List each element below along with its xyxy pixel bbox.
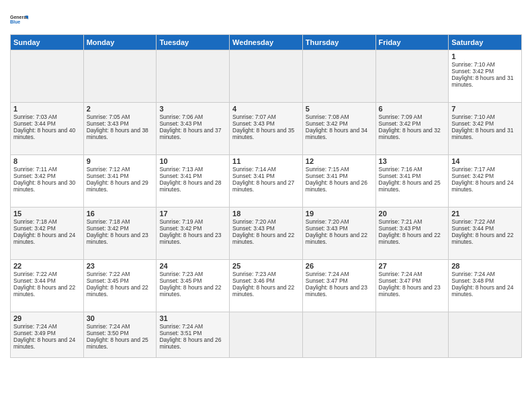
calendar-cell: 26Sunrise: 7:24 AMSunset: 3:47 PMDayligh… bbox=[302, 260, 375, 312]
day-number: 11 bbox=[232, 157, 300, 165]
calendar-cell: 29Sunrise: 7:24 AMSunset: 3:49 PMDayligh… bbox=[11, 312, 84, 358]
calendar-cell: 8Sunrise: 7:11 AMSunset: 3:42 PMDaylight… bbox=[11, 155, 84, 208]
sunset-text: Sunset: 3:43 PM bbox=[232, 225, 275, 232]
daylight-text: Daylight: 8 hours and 23 minutes. bbox=[306, 284, 367, 298]
calendar-cell: 6Sunrise: 7:09 AMSunset: 3:42 PMDaylight… bbox=[375, 103, 449, 155]
logo-icon: General Blue bbox=[10, 10, 29, 29]
calendar-cell: 10Sunrise: 7:13 AMSunset: 3:41 PMDayligh… bbox=[157, 155, 230, 208]
daylight-text: Daylight: 8 hours and 22 minutes. bbox=[87, 284, 148, 298]
daylight-text: Daylight: 8 hours and 22 minutes. bbox=[306, 232, 367, 245]
daylight-text: Daylight: 8 hours and 22 minutes. bbox=[159, 284, 221, 298]
calendar-cell: 28Sunrise: 7:24 AMSunset: 3:48 PMDayligh… bbox=[449, 260, 522, 312]
sunrise-text: Sunrise: 7:24 AM bbox=[306, 271, 349, 277]
daylight-text: Daylight: 8 hours and 22 minutes. bbox=[232, 232, 294, 245]
svg-text:Blue: Blue bbox=[10, 19, 20, 24]
daylight-text: Daylight: 8 hours and 22 minutes. bbox=[379, 232, 441, 245]
sunset-text: Sunset: 3:42 PM bbox=[306, 120, 348, 127]
daylight-text: Daylight: 8 hours and 26 minutes. bbox=[306, 179, 367, 193]
day-number: 24 bbox=[159, 262, 226, 270]
sunrise-text: Sunrise: 7:18 AM bbox=[87, 218, 130, 225]
day-number: 7 bbox=[451, 105, 519, 113]
day-number: 6 bbox=[379, 105, 446, 113]
day-number: 21 bbox=[451, 210, 519, 218]
sunset-text: Sunset: 3:43 PM bbox=[87, 120, 129, 127]
week-row-6: 29Sunrise: 7:24 AMSunset: 3:49 PMDayligh… bbox=[11, 312, 522, 358]
calendar-cell: 25Sunrise: 7:23 AMSunset: 3:46 PMDayligh… bbox=[230, 260, 303, 312]
daylight-text: Daylight: 8 hours and 24 minutes. bbox=[451, 284, 513, 298]
calendar-cell: 12Sunrise: 7:15 AMSunset: 3:41 PMDayligh… bbox=[302, 155, 375, 208]
sunset-text: Sunset: 3:42 PM bbox=[379, 120, 421, 127]
sunrise-text: Sunrise: 7:14 AM bbox=[232, 166, 276, 173]
header: General Blue bbox=[10, 10, 522, 29]
calendar-cell bbox=[302, 50, 375, 103]
calendar-cell: 11Sunrise: 7:14 AMSunset: 3:41 PMDayligh… bbox=[230, 155, 303, 208]
sunset-text: Sunset: 3:43 PM bbox=[379, 225, 421, 232]
daylight-text: Daylight: 8 hours and 25 minutes. bbox=[379, 179, 441, 193]
calendar-cell: 7Sunrise: 7:10 AMSunset: 3:42 PMDaylight… bbox=[449, 103, 522, 155]
sunrise-text: Sunrise: 7:15 AM bbox=[306, 166, 349, 173]
sunset-text: Sunset: 3:46 PM bbox=[232, 277, 275, 284]
calendar-cell: 30Sunrise: 7:24 AMSunset: 3:50 PMDayligh… bbox=[83, 312, 157, 358]
daylight-text: Daylight: 8 hours and 32 minutes. bbox=[379, 127, 441, 140]
daylight-text: Daylight: 8 hours and 27 minutes. bbox=[232, 179, 294, 193]
sunrise-text: Sunrise: 7:24 AM bbox=[379, 271, 423, 277]
sunrise-text: Sunrise: 7:09 AM bbox=[379, 113, 423, 120]
calendar-cell: 27Sunrise: 7:24 AMSunset: 3:47 PMDayligh… bbox=[375, 260, 449, 312]
daylight-text: Daylight: 8 hours and 30 minutes. bbox=[13, 179, 75, 193]
sunrise-text: Sunrise: 7:24 AM bbox=[13, 323, 57, 330]
day-number: 16 bbox=[87, 210, 154, 218]
sunset-text: Sunset: 3:47 PM bbox=[379, 277, 421, 284]
sunset-text: Sunset: 3:41 PM bbox=[232, 173, 275, 179]
calendar-cell bbox=[230, 312, 303, 358]
sunset-text: Sunset: 3:44 PM bbox=[13, 277, 56, 284]
sunrise-text: Sunrise: 7:16 AM bbox=[379, 166, 423, 173]
day-number: 29 bbox=[13, 314, 81, 322]
logo: General Blue bbox=[10, 10, 29, 29]
day-number: 8 bbox=[13, 157, 81, 165]
sunset-text: Sunset: 3:41 PM bbox=[306, 173, 348, 179]
sunset-text: Sunset: 3:42 PM bbox=[13, 173, 56, 179]
sunset-text: Sunset: 3:51 PM bbox=[159, 330, 202, 336]
sunset-text: Sunset: 3:42 PM bbox=[451, 173, 494, 179]
daylight-text: Daylight: 8 hours and 40 minutes. bbox=[13, 127, 75, 140]
calendar-cell: 20Sunrise: 7:21 AMSunset: 3:43 PMDayligh… bbox=[375, 208, 449, 260]
day-number: 4 bbox=[232, 105, 300, 113]
calendar-cell: 1Sunrise: 7:10 AMSunset: 3:42 PMDaylight… bbox=[449, 50, 522, 103]
sunrise-text: Sunrise: 7:06 AM bbox=[159, 113, 203, 120]
sunrise-text: Sunrise: 7:22 AM bbox=[13, 271, 57, 277]
daylight-text: Daylight: 8 hours and 22 minutes. bbox=[232, 284, 294, 298]
day-number: 9 bbox=[87, 157, 154, 165]
calendar-cell bbox=[11, 50, 84, 103]
sunrise-text: Sunrise: 7:21 AM bbox=[379, 218, 423, 225]
day-number: 31 bbox=[159, 314, 226, 322]
sunset-text: Sunset: 3:43 PM bbox=[232, 120, 275, 127]
calendar-cell: 2Sunrise: 7:05 AMSunset: 3:43 PMDaylight… bbox=[83, 103, 157, 155]
calendar-cell: 31Sunrise: 7:24 AMSunset: 3:51 PMDayligh… bbox=[157, 312, 230, 358]
calendar-cell: 15Sunrise: 7:18 AMSunset: 3:42 PMDayligh… bbox=[11, 208, 84, 260]
daylight-text: Daylight: 8 hours and 23 minutes. bbox=[87, 232, 148, 245]
week-row-5: 22Sunrise: 7:22 AMSunset: 3:44 PMDayligh… bbox=[11, 260, 522, 312]
sunset-text: Sunset: 3:47 PM bbox=[306, 277, 348, 284]
day-number: 30 bbox=[87, 314, 154, 322]
sunrise-text: Sunrise: 7:20 AM bbox=[306, 218, 349, 225]
calendar-cell: 17Sunrise: 7:19 AMSunset: 3:42 PMDayligh… bbox=[157, 208, 230, 260]
sunrise-text: Sunrise: 7:05 AM bbox=[87, 113, 130, 120]
calendar-cell bbox=[375, 312, 449, 358]
week-row-3: 8Sunrise: 7:11 AMSunset: 3:42 PMDaylight… bbox=[11, 155, 522, 208]
daylight-text: Daylight: 8 hours and 26 minutes. bbox=[159, 336, 221, 350]
sunset-text: Sunset: 3:42 PM bbox=[159, 225, 202, 232]
calendar-cell: 5Sunrise: 7:08 AMSunset: 3:42 PMDaylight… bbox=[302, 103, 375, 155]
day-header-thursday: Thursday bbox=[302, 35, 375, 50]
sunset-text: Sunset: 3:42 PM bbox=[87, 225, 129, 232]
sunrise-text: Sunrise: 7:23 AM bbox=[159, 271, 203, 277]
daylight-text: Daylight: 8 hours and 31 minutes. bbox=[451, 75, 513, 88]
calendar-cell: 1Sunrise: 7:03 AMSunset: 3:44 PMDaylight… bbox=[11, 103, 84, 155]
day-number: 1 bbox=[13, 105, 81, 113]
sunset-text: Sunset: 3:41 PM bbox=[87, 173, 129, 179]
day-number: 12 bbox=[306, 157, 373, 165]
day-number: 25 bbox=[232, 262, 300, 270]
sunset-text: Sunset: 3:42 PM bbox=[13, 225, 56, 232]
sunrise-text: Sunrise: 7:20 AM bbox=[232, 218, 276, 225]
calendar-cell: 22Sunrise: 7:22 AMSunset: 3:44 PMDayligh… bbox=[11, 260, 84, 312]
day-header-wednesday: Wednesday bbox=[230, 35, 303, 50]
